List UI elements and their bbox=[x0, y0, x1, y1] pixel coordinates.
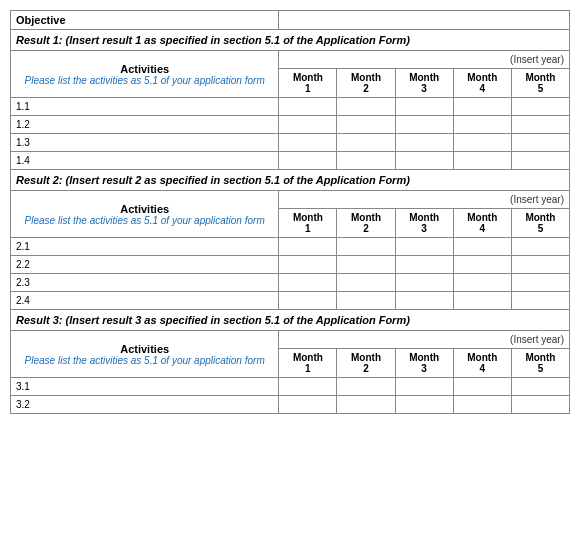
insert-year-r3: (Insert year) bbox=[279, 331, 570, 349]
result2-label: Result 2: (Insert result 2 as specified … bbox=[11, 170, 570, 191]
month3-r1: Month3 bbox=[395, 69, 453, 98]
month1-r3: Month1 bbox=[279, 349, 337, 378]
activities-italic-r3: Please list the activities as 5.1 of you… bbox=[16, 355, 273, 366]
month2-r2: Month2 bbox=[337, 209, 395, 238]
activities-italic-r1: Please list the activities as 5.1 of you… bbox=[16, 75, 273, 86]
result1-label: Result 1: (Insert result 1 as specified … bbox=[11, 30, 570, 51]
month5-r2: Month5 bbox=[511, 209, 569, 238]
objective-label: Objective bbox=[16, 14, 66, 26]
month4-r2: Month4 bbox=[453, 209, 511, 238]
row-r1-2: 1.2 bbox=[11, 116, 279, 134]
row-r1-3: 1.3 bbox=[11, 134, 279, 152]
activities-label-r2: Activities bbox=[16, 203, 273, 215]
row-r2-4: 2.4 bbox=[11, 292, 279, 310]
month3-r2: Month3 bbox=[395, 209, 453, 238]
month4-r3: Month4 bbox=[453, 349, 511, 378]
month2-r3: Month2 bbox=[337, 349, 395, 378]
activities-label-r3: Activities bbox=[16, 343, 273, 355]
month4-r1: Month4 bbox=[453, 69, 511, 98]
month2-r1: Month2 bbox=[337, 69, 395, 98]
activities-label-r1: Activities bbox=[16, 63, 273, 75]
row-r2-3: 2.3 bbox=[11, 274, 279, 292]
row-r1-4: 1.4 bbox=[11, 152, 279, 170]
month3-r3: Month3 bbox=[395, 349, 453, 378]
month5-r3: Month5 bbox=[511, 349, 569, 378]
insert-year-r2: (Insert year) bbox=[279, 191, 570, 209]
objective-cell: Objective bbox=[11, 11, 279, 30]
row-r3-1: 3.1 bbox=[11, 378, 279, 396]
insert-year-r1: (Insert year) bbox=[279, 51, 570, 69]
main-table: Objective Result 1: (Insert result 1 as … bbox=[10, 10, 570, 414]
month1-r2: Month1 bbox=[279, 209, 337, 238]
result3-label: Result 3: (Insert result 3 as specified … bbox=[11, 310, 570, 331]
row-r2-2: 2.2 bbox=[11, 256, 279, 274]
objective-value bbox=[279, 11, 570, 30]
activities-italic-r2: Please list the activities as 5.1 of you… bbox=[16, 215, 273, 226]
month1-r1: Month1 bbox=[279, 69, 337, 98]
month5-r1: Month5 bbox=[511, 69, 569, 98]
row-r1-1: 1.1 bbox=[11, 98, 279, 116]
row-r2-1: 2.1 bbox=[11, 238, 279, 256]
row-r3-2: 3.2 bbox=[11, 396, 279, 414]
